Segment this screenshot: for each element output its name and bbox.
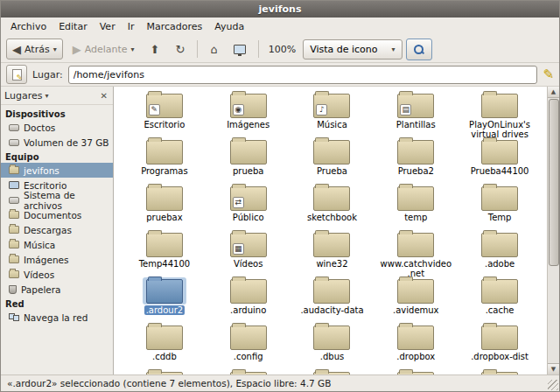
sidebar-item[interactable]: Música bbox=[1, 237, 113, 252]
file-item[interactable]: ⇄Público bbox=[206, 185, 290, 231]
computer-icon bbox=[234, 45, 246, 54]
sidebar-item[interactable]: Descargas bbox=[1, 222, 113, 237]
folder-icon bbox=[146, 140, 183, 164]
file-item[interactable]: PlayOnLinux's virtual drives bbox=[458, 92, 542, 138]
file-item[interactable]: .dropbox bbox=[374, 324, 458, 370]
menu-item-1[interactable]: Archivo bbox=[4, 19, 52, 34]
resize-grip[interactable] bbox=[548, 380, 558, 390]
folder-icon bbox=[146, 233, 183, 257]
file-label: Prueba bbox=[315, 166, 349, 176]
file-item[interactable]: .dbus bbox=[290, 324, 374, 370]
back-button[interactable]: ◀ Atrás ▾ bbox=[6, 38, 63, 60]
sidebar-item[interactable]: Vídeos bbox=[1, 267, 113, 282]
sidebar-title[interactable]: Lugares bbox=[4, 90, 42, 102]
file-item[interactable]: ✎Escritorio bbox=[122, 92, 206, 138]
sidebar: Lugares ▾ ✕ DispositivosDoctosVolumen de… bbox=[1, 87, 114, 374]
file-item[interactable]: prueba bbox=[206, 138, 290, 185]
location-input[interactable] bbox=[68, 66, 538, 84]
file-item[interactable]: .adobe bbox=[458, 231, 542, 277]
file-item[interactable]: .avidemux bbox=[374, 277, 458, 324]
file-item[interactable]: Temp44100 bbox=[122, 231, 206, 277]
file-label: Temp44100 bbox=[137, 259, 192, 269]
file-label: pruebax bbox=[144, 213, 184, 222]
scroll-up-icon[interactable]: ▲ bbox=[548, 87, 560, 98]
file-item[interactable]: Prueba2 bbox=[374, 138, 458, 185]
folder-icon bbox=[313, 279, 350, 304]
computer-button[interactable] bbox=[228, 38, 252, 60]
file-label: .arduino bbox=[228, 305, 268, 315]
sidebar-item[interactable]: Navega la red bbox=[1, 310, 113, 325]
folder-icon-wrap bbox=[394, 138, 438, 165]
sidebar-item[interactable]: Papelera bbox=[1, 282, 113, 297]
folder-icon-wrap bbox=[227, 138, 270, 165]
file-item[interactable]: ◉Imágenes bbox=[206, 92, 290, 138]
sidebar-item[interactable]: Volumen de 37 GB bbox=[1, 135, 113, 150]
folder-icon: ♪ bbox=[313, 94, 350, 118]
file-label: .config bbox=[232, 352, 265, 361]
menu-item-2[interactable]: Editar bbox=[52, 19, 94, 34]
file-label: .dropbox bbox=[395, 352, 437, 361]
up-button[interactable]: ⬆ bbox=[144, 38, 166, 60]
file-item[interactable]: .cddb bbox=[122, 324, 206, 370]
file-item[interactable]: .dropbox-dist bbox=[458, 324, 542, 370]
reload-button[interactable]: ↻ bbox=[170, 38, 192, 60]
home-button[interactable]: ⌂ bbox=[204, 38, 223, 60]
forward-button[interactable]: ▶ Adelante ▾ bbox=[66, 38, 141, 60]
sidebar-item[interactable]: Sistema de archivos bbox=[1, 192, 113, 207]
file-item[interactable]: temp bbox=[374, 185, 458, 231]
vertical-scrollbar[interactable]: ▲ ▼ bbox=[547, 87, 559, 374]
file-item[interactable]: Prueba bbox=[290, 138, 374, 185]
search-button[interactable] bbox=[406, 38, 432, 60]
menu-item-6[interactable]: Ayuda bbox=[208, 19, 250, 34]
folder-icon-wrap bbox=[310, 185, 354, 212]
file-label: .avidemux bbox=[391, 305, 441, 315]
chevron-down-icon: ▾ bbox=[392, 46, 396, 53]
toolbar-separator bbox=[197, 40, 198, 58]
menu-item-4[interactable]: Ir bbox=[122, 19, 141, 34]
folder-icon bbox=[481, 94, 518, 118]
back-label: Atrás bbox=[24, 44, 50, 55]
sidebar-close-icon[interactable]: ✕ bbox=[99, 91, 109, 101]
titlebar[interactable]: jevifons bbox=[1, 1, 559, 18]
sidebar-item[interactable]: Imágenes bbox=[1, 252, 113, 267]
folder-icon bbox=[481, 326, 518, 350]
sidebar-item[interactable]: jevifons bbox=[1, 163, 113, 178]
file-item[interactable]: pruebax bbox=[122, 185, 206, 231]
folder-icon-wrap bbox=[227, 277, 270, 304]
file-item[interactable]: Temp bbox=[458, 185, 542, 231]
folder-icon bbox=[313, 186, 350, 211]
menu-item-3[interactable]: Ver bbox=[94, 19, 122, 34]
forward-arrow-icon: ▶ bbox=[73, 44, 81, 55]
file-item[interactable]: .cache bbox=[458, 277, 542, 324]
reload-icon: ↻ bbox=[176, 44, 186, 55]
file-item[interactable]: ▦Vídeos bbox=[206, 231, 290, 277]
folder-icon bbox=[230, 326, 267, 350]
folder-icon-wrap: ⇄ bbox=[227, 185, 270, 212]
file-item[interactable]: Prueba44100 bbox=[458, 138, 542, 185]
file-item[interactable]: sketchbook bbox=[290, 185, 374, 231]
folder-icon-wrap bbox=[478, 324, 522, 351]
file-item[interactable]: Programas bbox=[122, 138, 206, 185]
file-item[interactable]: ♪Música bbox=[290, 92, 374, 138]
edit-location-button[interactable] bbox=[6, 65, 27, 84]
file-item[interactable]: .audacity-data bbox=[290, 277, 374, 324]
file-item[interactable]: ▤Plantillas bbox=[374, 92, 458, 138]
sidebar-item[interactable]: Doctos bbox=[1, 120, 113, 135]
scrollbar-thumb[interactable] bbox=[549, 99, 559, 266]
file-item[interactable]: wine32 bbox=[290, 231, 374, 277]
zoom-level[interactable]: 100% bbox=[265, 44, 299, 55]
file-item[interactable]: www.catchvideo.net bbox=[374, 231, 458, 277]
folder-icon bbox=[481, 233, 518, 257]
file-item[interactable]: .arduino bbox=[206, 277, 290, 324]
back-dropdown-icon[interactable]: ▾ bbox=[53, 46, 57, 53]
view-mode-select[interactable]: Vista de icono ▾ bbox=[303, 39, 402, 60]
sidebar-chevron-icon[interactable]: ▾ bbox=[45, 92, 48, 100]
folder-icon bbox=[146, 186, 183, 211]
folder-icon bbox=[397, 140, 434, 164]
scroll-down-icon[interactable]: ▼ bbox=[548, 363, 560, 374]
file-item[interactable]: .config bbox=[206, 324, 290, 370]
folder-icon bbox=[313, 140, 350, 164]
menu-item-5[interactable]: Marcadores bbox=[140, 19, 208, 34]
sidebar-item-label: Sistema de archivos bbox=[24, 190, 109, 211]
file-item[interactable]: .ardour2 bbox=[122, 277, 206, 324]
